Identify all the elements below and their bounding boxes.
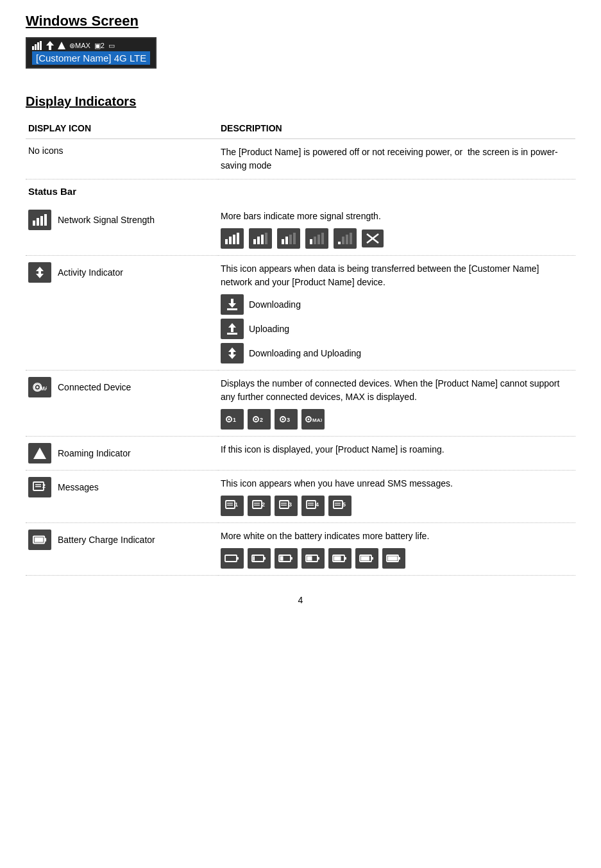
- display-indicators-heading: Display Indicators: [26, 94, 575, 109]
- svg-rect-24: [317, 235, 320, 244]
- svg-point-51: [282, 419, 284, 421]
- svg-rect-16: [261, 235, 264, 244]
- status-bar-label: Status Bar: [26, 179, 575, 204]
- svg-rect-11: [229, 237, 232, 244]
- svg-rect-9: [44, 214, 47, 226]
- svg-marker-34: [228, 299, 236, 308]
- svg-rect-6: [33, 221, 35, 226]
- svg-rect-100: [361, 556, 370, 561]
- svg-rect-25: [321, 233, 324, 244]
- message-2-icon: 2: [248, 496, 271, 516]
- svg-rect-61: [226, 501, 235, 508]
- table-row: No icons The [Product Name] is powered o…: [26, 139, 575, 179]
- svg-text:3: 3: [287, 417, 290, 423]
- battery-empty-icon: [221, 548, 244, 569]
- svg-rect-27: [342, 237, 344, 244]
- svg-text:MAX: MAX: [312, 417, 322, 423]
- both-icon: [221, 343, 244, 363]
- svg-rect-99: [371, 557, 373, 560]
- activity-icon-row: Activity Indicator: [28, 262, 216, 283]
- signal-3-icon: [249, 228, 272, 249]
- screen-customer-bar: [Customer Name] 4G LTE: [32, 51, 150, 65]
- table-row: MAX Connected Device Displays the number…: [26, 371, 575, 437]
- connected-3-icon: 3: [275, 409, 298, 430]
- svg-rect-87: [264, 557, 266, 560]
- svg-point-45: [228, 419, 230, 421]
- connected-max-icon: MAX: [301, 409, 325, 430]
- screen-top-bar: ⊛MAX ▣2 ▭: [32, 41, 150, 50]
- svg-point-54: [308, 419, 310, 421]
- messages-sub-icons: 1 2: [221, 496, 573, 516]
- network-signal-icon-row: Network Signal Strength: [28, 210, 216, 230]
- svg-rect-85: [237, 557, 239, 560]
- col-header-desc: DESCRIPTION: [218, 119, 575, 139]
- signal-none-icon: [362, 230, 384, 247]
- upload-icon: [221, 319, 244, 339]
- page-number: 4: [26, 595, 575, 605]
- signal-2-icon: [277, 228, 300, 249]
- connected-sub-icons: 1 2 3: [221, 409, 573, 430]
- signal-icon: [28, 210, 51, 230]
- svg-rect-8: [40, 216, 43, 226]
- table-row: Roaming Indicator If this icon is displa…: [26, 437, 575, 471]
- svg-rect-84: [225, 555, 237, 562]
- no-icons-desc: The [Product Name] is powered off or not…: [218, 139, 575, 179]
- svg-rect-35: [227, 308, 237, 310]
- indicators-table: DISPLAY ICON DESCRIPTION No icons The [P…: [26, 119, 575, 576]
- network-signal-label: Network Signal Strength: [58, 215, 155, 225]
- table-row: Network Signal Strength More bars indica…: [26, 203, 575, 256]
- svg-point-41: [37, 386, 39, 388]
- svg-rect-19: [285, 237, 288, 244]
- no-icons-cell: No icons: [26, 139, 218, 179]
- svg-rect-2: [37, 42, 39, 50]
- svg-text:2: 2: [42, 483, 46, 489]
- battery-2-icon: [275, 548, 298, 569]
- signal-1-icon: [305, 228, 328, 249]
- message-5-icon: 5: [328, 496, 351, 516]
- svg-rect-17: [265, 233, 267, 244]
- no-icons-label: No icons: [28, 146, 63, 156]
- svg-rect-88: [253, 556, 255, 561]
- battery-4-icon: [328, 548, 351, 569]
- roaming-label: Roaming Indicator: [58, 448, 131, 458]
- table-row: 2 Messages This icon appears when you ha…: [26, 471, 575, 523]
- svg-rect-29: [350, 233, 352, 244]
- svg-rect-37: [227, 333, 237, 335]
- svg-rect-103: [388, 556, 398, 561]
- connected-2-icon: 2: [248, 409, 271, 430]
- svg-text:1: 1: [233, 417, 236, 423]
- download-icon: [221, 294, 244, 315]
- svg-text:3: 3: [289, 501, 292, 508]
- battery-3-icon: [301, 548, 325, 569]
- svg-marker-36: [228, 323, 236, 332]
- svg-rect-12: [233, 235, 235, 244]
- svg-marker-5: [58, 42, 65, 49]
- messages-icon-row: 2 Messages: [28, 477, 216, 497]
- svg-rect-28: [346, 235, 348, 244]
- svg-rect-26: [338, 242, 341, 244]
- table-row: Battery Charge Indicator More white on t…: [26, 523, 575, 576]
- battery-icon-row: Battery Charge Indicator: [28, 530, 216, 550]
- message-1-icon: 1: [221, 496, 244, 516]
- svg-rect-23: [314, 237, 316, 244]
- both-item: Downloading and Uploading: [221, 343, 573, 363]
- svg-rect-94: [307, 556, 312, 561]
- svg-rect-3: [40, 41, 42, 50]
- svg-text:5: 5: [343, 501, 346, 508]
- messages-label: Messages: [58, 482, 99, 492]
- screen-mockup: ⊛MAX ▣2 ▭ [Customer Name] 4G LTE: [26, 37, 157, 69]
- svg-rect-0: [32, 46, 34, 50]
- svg-text:2: 2: [262, 501, 265, 508]
- downloading-label: Downloading: [249, 299, 301, 310]
- activity-sub-items: Downloading Uploading: [221, 294, 573, 363]
- svg-rect-83: [35, 537, 44, 542]
- svg-text:2: 2: [260, 417, 263, 423]
- col-header-icon: DISPLAY ICON: [26, 119, 218, 139]
- svg-text:1: 1: [235, 501, 238, 508]
- svg-rect-90: [291, 557, 292, 560]
- table-row: Activity Indicator This icon appears whe…: [26, 256, 575, 371]
- uploading-label: Uploading: [249, 324, 289, 334]
- svg-rect-102: [398, 557, 400, 560]
- battery-label: Battery Charge Indicator: [58, 535, 155, 545]
- svg-rect-96: [344, 557, 346, 560]
